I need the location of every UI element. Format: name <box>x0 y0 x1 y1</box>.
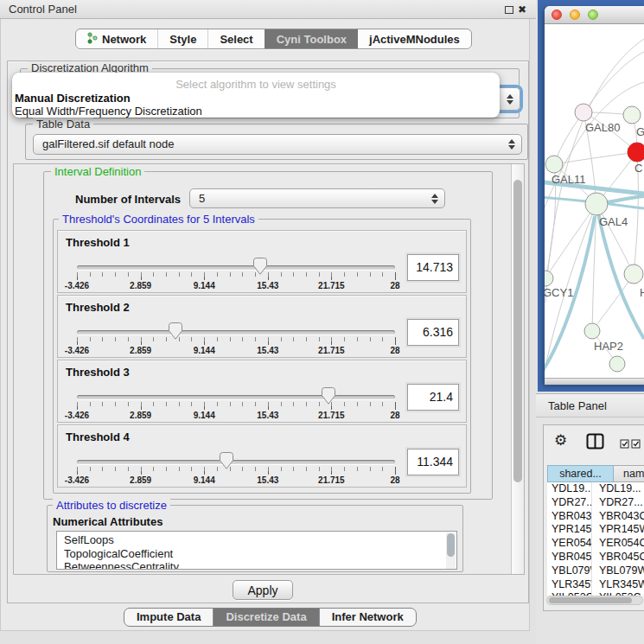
dropdown-option-equal-width-frequency[interactable]: Equal Width/Frequency Discretization <box>15 105 202 118</box>
traffic-light-zoom-icon[interactable] <box>588 10 598 20</box>
cyni-content-panel: Discretization Algorithm Table Data galF… <box>7 61 529 603</box>
tab-impute-data[interactable]: Impute Data <box>124 609 213 626</box>
network-node-label: G <box>636 125 644 138</box>
cell-name[interactable]: YBL079W <box>592 564 644 578</box>
cell-name[interactable]: YPR145W <box>592 523 644 537</box>
table-header-row: shared... name <box>547 465 644 482</box>
table-row[interactable]: YDR27...YDR27... <box>547 496 644 510</box>
tab-jactivemnodules[interactable]: jActiveMNodules <box>358 29 471 48</box>
slider-thumb[interactable] <box>169 322 182 340</box>
cell-name[interactable]: YDR27... <box>592 496 644 510</box>
cell-shared-name[interactable]: YDL19... <box>547 482 592 496</box>
tab-select[interactable]: Select <box>207 29 264 48</box>
tab-network[interactable]: Network <box>76 29 157 48</box>
tab-cyni-toolbox[interactable]: Cyni Toolbox <box>265 29 358 48</box>
cell-shared-name[interactable]: YDR27... <box>547 496 592 510</box>
cell-shared-name[interactable]: YBR043C <box>547 510 592 524</box>
threshold-value-field[interactable]: 11.344 <box>407 449 459 475</box>
network-canvas[interactable]: GAL80 G C GAL11 GAL4 GCY1 H HAP2 <box>545 24 644 378</box>
cell-shared-name[interactable]: YLR345W <box>547 578 592 592</box>
apply-button[interactable]: Apply <box>233 580 293 600</box>
threshold-panel: Threshold 2 -3.426 2.859 9.144 15.43 21.… <box>57 295 467 358</box>
traffic-light-minimize-icon[interactable] <box>570 10 580 20</box>
slider-track[interactable] <box>77 395 395 399</box>
column-header-shared-name[interactable]: shared... <box>547 465 614 482</box>
dropdown-option-manual-discretization[interactable]: Manual Discretization <box>15 92 131 105</box>
float-icon[interactable] <box>505 6 513 14</box>
threshold-panel: Threshold 4 -3.426 2.859 9.144 15.43 21.… <box>57 424 467 488</box>
cell-shared-name[interactable]: YBR045C <box>547 551 592 564</box>
slider-thumb[interactable] <box>220 452 233 469</box>
control-panel-titlebar: Control Panel ✖ <box>0 0 536 19</box>
threshold-slider[interactable]: -3.426 2.859 9.144 15.43 21.715 28 <box>77 231 395 293</box>
table-row[interactable]: YBR043CYBR043C <box>547 510 644 524</box>
tab-style[interactable]: Style <box>157 29 207 48</box>
split-columns-icon[interactable] <box>586 433 604 453</box>
group-title: Table Data <box>33 118 93 131</box>
checkbox-icon[interactable] <box>620 437 629 452</box>
threshold-value-field[interactable]: 21.4 <box>407 384 459 411</box>
threshold-slider[interactable]: -3.426 2.859 9.144 15.43 21.715 28 <box>77 425 395 488</box>
tab-infer-network[interactable]: Infer Network <box>319 609 416 626</box>
cell-name[interactable]: YBR045C <box>592 551 644 564</box>
column-header-name[interactable]: name <box>614 465 644 482</box>
tick-label: 21.715 <box>318 475 345 485</box>
settings-scrollbar[interactable] <box>511 164 524 574</box>
checkbox-icon[interactable] <box>631 437 641 452</box>
network-node[interactable] <box>584 323 600 339</box>
scrollbar-thumb[interactable] <box>513 180 522 482</box>
threshold-slider[interactable]: -3.426 2.859 9.144 15.43 21.715 28 <box>77 296 395 358</box>
table-row[interactable]: YLR345WYLR345W <box>547 578 644 592</box>
slider-track[interactable] <box>77 330 395 335</box>
slider-thumb[interactable] <box>322 387 335 405</box>
network-node[interactable] <box>575 104 592 121</box>
cell-shared-name[interactable]: YER054C <box>547 537 592 551</box>
threshold-value-field[interactable]: 6.316 <box>407 319 459 346</box>
network-node[interactable] <box>623 106 641 124</box>
slider-track[interactable] <box>77 265 395 270</box>
network-node[interactable] <box>585 193 608 215</box>
cell-name[interactable]: YLR345W <box>592 578 644 592</box>
threshold-value-field[interactable]: 14.713 <box>407 254 459 281</box>
traffic-light-close-icon[interactable] <box>552 10 562 20</box>
scrollbar-thumb[interactable] <box>549 597 632 603</box>
combo-stepper-icon <box>507 94 513 105</box>
top-tabbar: Network Style Select Cyni Toolbox jActiv… <box>75 29 472 49</box>
list-item[interactable]: BetweennessCentrality <box>57 560 456 570</box>
cell-shared-name[interactable]: YBL079W <box>547 564 592 578</box>
gear-icon[interactable]: ⚙ <box>554 432 567 450</box>
table-row[interactable]: YDL19...YDL19... <box>547 482 644 496</box>
list-scrollbar[interactable] <box>446 532 456 569</box>
cell-name[interactable]: YBR043C <box>592 510 644 524</box>
cell-shared-name[interactable]: YPR145W <box>547 523 592 537</box>
list-item[interactable]: TopologicalCoefficient <box>57 547 456 561</box>
network-node[interactable] <box>609 356 625 372</box>
table-panel-inner: ⚙ shared... name YDL19...YDL19... YDR27.… <box>543 424 644 611</box>
num-intervals-combobox[interactable]: 5 <box>189 188 445 208</box>
network-node[interactable] <box>545 156 563 173</box>
table-row[interactable]: YER054CYER054C <box>547 537 644 551</box>
slider-ticks <box>77 272 395 280</box>
table-row[interactable]: YPR145WYPR145W <box>547 523 644 537</box>
tick-label: 9.144 <box>194 475 215 485</box>
slider-track[interactable] <box>77 460 395 464</box>
network-window-titlebar[interactable] <box>545 6 644 24</box>
table-horizontal-scrollbar[interactable] <box>546 596 643 605</box>
network-node-label: H <box>640 286 644 299</box>
tick-label: 28 <box>390 475 399 485</box>
threshold-slider[interactable]: -3.426 2.859 9.144 15.43 21.715 28 <box>77 360 395 423</box>
table-row[interactable]: YBR045CYBR045C <box>547 551 644 564</box>
table-data-combobox[interactable]: galFiltered.sif default node <box>33 134 522 155</box>
table-row[interactable]: YBL079WYBL079W <box>547 564 644 578</box>
cell-name[interactable]: YDL19... <box>592 482 644 496</box>
network-node[interactable] <box>545 271 553 286</box>
list-item[interactable]: SelfLoops <box>57 532 456 547</box>
close-icon[interactable]: ✖ <box>518 3 526 16</box>
slider-thumb[interactable] <box>253 258 267 275</box>
tab-discretize-data[interactable]: Discretize Data <box>213 609 318 626</box>
tick-label: 2.859 <box>130 281 151 290</box>
cell-name[interactable]: YER054C <box>592 537 644 551</box>
network-node[interactable] <box>624 265 643 284</box>
attributes-group: Attributes to discretize Numerical Attri… <box>47 505 463 572</box>
network-node[interactable] <box>628 143 644 162</box>
